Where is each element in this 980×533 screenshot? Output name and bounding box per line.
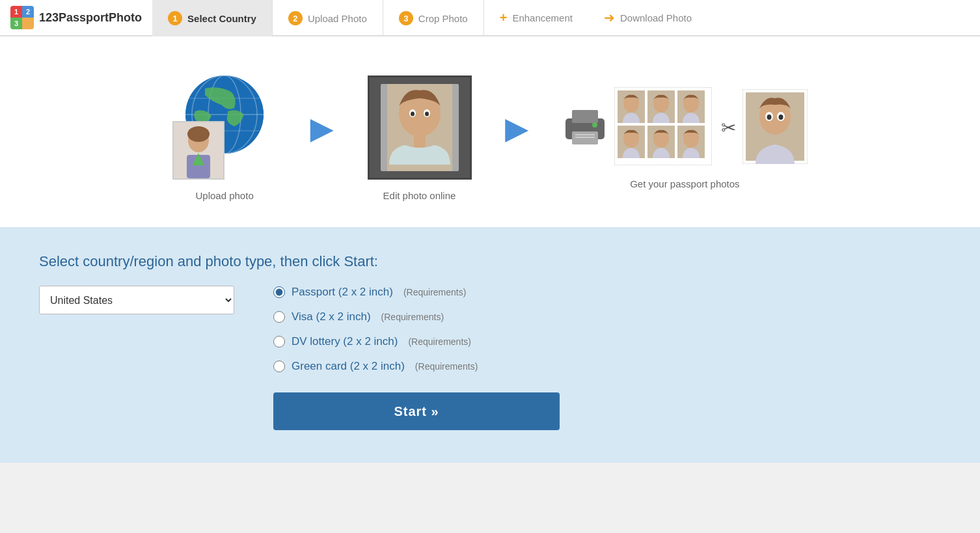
step-label-1: Select Country — [187, 13, 256, 24]
edit-illus — [368, 75, 472, 180]
plus-icon: + — [500, 10, 508, 25]
selection-title: Select country/region and photo type, th… — [39, 253, 941, 270]
radio-passport[interactable] — [273, 286, 285, 298]
requirements-passport[interactable]: (Requirements) — [403, 287, 466, 297]
arrow-to-edit: ► — [303, 109, 341, 148]
svg-point-17 — [411, 112, 415, 116]
nav-download[interactable]: ➜ Download Photo — [588, 0, 707, 35]
requirements-green-card[interactable]: (Requirements) — [415, 361, 478, 372]
svg-point-43 — [767, 115, 771, 120]
illus-label-edit: Edit photo online — [383, 190, 456, 201]
illus-label-getphotos: Get your passport photos — [630, 178, 739, 189]
svg-point-9 — [187, 126, 210, 142]
upload-arrow-icon: ▲ — [188, 146, 209, 171]
illus-step-upload: ▲ Upload photo — [172, 75, 277, 201]
single-photo — [742, 89, 808, 167]
illustration-area: ▲ Upload photo ► — [0, 62, 980, 227]
nav-step-1[interactable]: 1 Select Country — [152, 0, 273, 36]
requirements-dv-lottery[interactable]: (Requirements) — [408, 336, 470, 347]
photo-type-option-visa[interactable]: Visa (2 x 2 inch) (Requirements) — [273, 310, 560, 323]
step-label-2: Upload Photo — [308, 13, 367, 24]
logo-cell-3: 3 — [10, 18, 22, 29]
photo-sheet — [614, 87, 712, 168]
label-dv-lottery: DV lottery (2 x 2 inch) — [292, 335, 398, 348]
svg-point-18 — [425, 112, 429, 116]
radio-dv-lottery[interactable] — [273, 336, 285, 348]
logo-cell-4 — [22, 18, 34, 29]
header: 1 2 3 123PassportPhoto 1 Select Country … — [0, 0, 980, 36]
arrow-to-print: ► — [498, 109, 536, 148]
logo-cell-2: 2 — [22, 6, 34, 18]
enhancement-label: Enhancement — [512, 12, 573, 23]
svg-rect-23 — [575, 137, 595, 138]
photo-type-option-passport[interactable]: Passport (2 x 2 inch) (Requirements) — [273, 286, 560, 299]
selection-panel: Select country/region and photo type, th… — [0, 227, 980, 463]
illus-label-upload: Upload photo — [195, 190, 253, 201]
label-green-card: Green card (2 x 2 inch) — [292, 360, 405, 373]
photo-type-option-green-card[interactable]: Green card (2 x 2 inch) (Requirements) — [273, 360, 560, 373]
printer-icon — [562, 107, 608, 148]
logo-grid: 1 2 3 — [10, 6, 34, 29]
label-visa: Visa (2 x 2 inch) — [292, 310, 371, 323]
illus-step-getphotos: ✂ Get your passport — [562, 87, 808, 189]
step-number-3: 3 — [399, 11, 413, 25]
photo-types: Passport (2 x 2 inch) (Requirements) Vis… — [273, 286, 560, 373]
download-label: Download Photo — [620, 12, 692, 23]
svg-rect-20 — [572, 110, 598, 123]
scissors-icon: ✂ — [721, 117, 736, 139]
download-arrow-icon: ➜ — [604, 10, 615, 25]
logo-text: 123PassportPhoto — [39, 11, 142, 25]
step-number-1: 1 — [168, 11, 182, 25]
get-photos-row: ✂ — [562, 87, 808, 168]
start-button[interactable]: Start » — [273, 392, 560, 430]
logo-area: 1 2 3 123PassportPhoto — [0, 6, 152, 29]
svg-point-44 — [778, 115, 783, 120]
nav-enhancement[interactable]: + Enhancement — [484, 0, 588, 35]
svg-rect-22 — [575, 134, 595, 135]
requirements-visa[interactable]: (Requirements) — [381, 312, 444, 322]
photo-type-column: Passport (2 x 2 inch) (Requirements) Vis… — [273, 286, 560, 430]
main-content: ▲ Upload photo ► — [0, 36, 980, 463]
step-label-3: Crop Photo — [418, 13, 468, 24]
upload-illus: ▲ — [172, 75, 277, 180]
illus-step-edit: Edit photo online — [368, 75, 472, 201]
radio-visa[interactable] — [273, 311, 285, 323]
label-passport: Passport (2 x 2 inch) — [292, 286, 393, 299]
nav-step-2[interactable]: 2 Upload Photo — [273, 0, 383, 36]
logo-cell-1: 1 — [10, 6, 22, 18]
svg-rect-14 — [414, 135, 426, 148]
country-select[interactable]: United States United Kingdom Canada Aust… — [39, 286, 234, 314]
selection-row: United States United Kingdom Canada Aust… — [39, 286, 941, 430]
nav-steps: 1 Select Country 2 Upload Photo 3 Crop P… — [152, 0, 707, 35]
photo-type-option-dv-lottery[interactable]: DV lottery (2 x 2 inch) (Requirements) — [273, 335, 560, 348]
step-number-2: 2 — [288, 11, 303, 25]
svg-point-24 — [592, 122, 597, 128]
nav-step-3[interactable]: 3 Crop Photo — [383, 0, 484, 36]
radio-green-card[interactable] — [273, 361, 285, 372]
